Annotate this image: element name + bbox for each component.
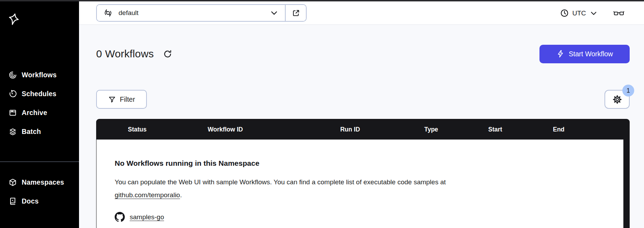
sidebar-divider xyxy=(0,162,79,162)
sidebar-item-label: Namespaces xyxy=(22,178,64,186)
empty-state-title: No Workflows running in this Namespace xyxy=(115,159,609,168)
start-workflow-button[interactable]: Start Workflow xyxy=(539,45,630,63)
settings-count-badge: 1 xyxy=(622,85,634,97)
archive-icon xyxy=(9,109,17,117)
namespace-value: default xyxy=(119,9,264,17)
empty-state-text: You can populate the Web UI with sample … xyxy=(115,178,446,186)
workflows-icon xyxy=(9,71,17,79)
github-icon xyxy=(115,212,125,222)
sidebar: Workflows Schedules xyxy=(0,1,79,228)
docs-icon xyxy=(9,197,17,205)
column-header-run-id[interactable]: Run ID xyxy=(340,126,360,133)
lightning-icon xyxy=(556,50,565,58)
table-body: No Workflows running in this Namespace Y… xyxy=(96,140,630,228)
topbar-right: UTC xyxy=(560,1,624,25)
github-temporalio-link[interactable]: github.com/temporalio xyxy=(115,191,180,199)
sidebar-item-schedules[interactable]: Schedules xyxy=(0,89,79,99)
timezone-selector[interactable]: UTC xyxy=(560,9,598,17)
sidebar-item-docs[interactable]: Docs xyxy=(0,196,79,206)
main-content: 0 Workflows Start Workflow xyxy=(79,25,644,228)
sidebar-item-namespaces[interactable]: Namespaces xyxy=(0,177,79,187)
table-header: Status Workflow ID Run ID Type Start End xyxy=(96,119,630,140)
temporal-logo-icon[interactable] xyxy=(7,13,20,26)
samples-go-link[interactable]: samples-go xyxy=(130,213,164,221)
refresh-button[interactable] xyxy=(163,49,172,59)
sample-repo-row: samples-go xyxy=(115,212,609,222)
sidebar-item-batch[interactable]: Batch xyxy=(0,127,79,136)
namespaces-icon xyxy=(9,178,17,186)
filter-button[interactable]: Filter xyxy=(96,90,147,109)
filter-label: Filter xyxy=(120,95,135,104)
column-header-workflow-id[interactable]: Workflow ID xyxy=(208,126,243,133)
filter-funnel-icon xyxy=(108,95,116,104)
empty-state-body: You can populate the Web UI with sample … xyxy=(115,176,499,201)
column-header-status[interactable]: Status xyxy=(128,126,146,133)
column-header-start[interactable]: Start xyxy=(488,126,502,133)
empty-state-text-period: . xyxy=(180,191,182,199)
schedules-icon xyxy=(9,90,17,98)
sidebar-item-archive[interactable]: Archive xyxy=(0,108,79,117)
sidebar-item-label: Schedules xyxy=(22,90,56,98)
page-title: 0 Workflows xyxy=(96,48,154,60)
filter-row: Filter 1 xyxy=(96,90,630,109)
column-header-type[interactable]: Type xyxy=(424,126,438,133)
open-namespace-button[interactable] xyxy=(285,5,306,21)
chevron-down-icon xyxy=(270,8,279,17)
sidebar-item-label: Docs xyxy=(22,197,38,205)
start-workflow-label: Start Workflow xyxy=(569,50,613,58)
workflows-table: Status Workflow ID Run ID Type Start End… xyxy=(96,119,630,228)
gear-icon xyxy=(613,95,622,104)
column-header-end[interactable]: End xyxy=(553,126,565,133)
title-row: 0 Workflows Start Workflow xyxy=(96,44,630,63)
batch-icon xyxy=(9,128,17,136)
chevron-down-icon xyxy=(589,9,598,17)
clock-icon xyxy=(560,9,569,17)
timezone-value: UTC xyxy=(572,9,586,17)
sidebar-nav: Workflows Schedules xyxy=(0,70,79,136)
namespace-selector[interactable]: default xyxy=(97,5,285,21)
table-scrollbar[interactable] xyxy=(623,121,630,228)
namespace-control: default xyxy=(96,4,307,22)
sidebar-item-label: Archive xyxy=(22,109,47,117)
labs-glasses-icon[interactable] xyxy=(613,9,624,17)
sidebar-footer-nav: Namespaces Docs xyxy=(0,177,79,206)
sidebar-item-label: Workflows xyxy=(22,71,57,79)
namespace-cycle-icon xyxy=(103,8,113,18)
external-link-icon xyxy=(292,9,300,17)
topbar: default xyxy=(79,1,644,25)
sidebar-item-workflows[interactable]: Workflows xyxy=(0,70,79,80)
sidebar-item-label: Batch xyxy=(22,128,41,136)
temporal-web-ui: Workflows Schedules xyxy=(0,0,644,228)
table-config-wrap: 1 xyxy=(604,90,630,109)
